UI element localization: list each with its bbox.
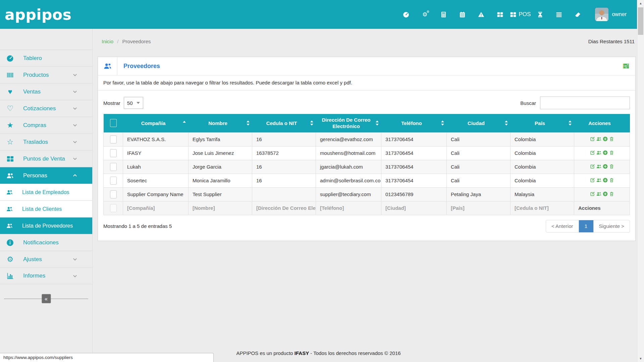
cogs-nav-button[interactable]: ⚙⚙ [416,6,434,23]
add-action-button[interactable] [602,177,608,183]
chevron-down-icon [72,106,78,111]
cell-direccion-de-correo-electronico: jgarcia@lukah.com [316,160,381,174]
sidebar-item-lista-de-proveedores[interactable]: Lista de Proveedores [0,217,92,234]
sidebar-item-personas[interactable]: Personas [0,167,92,184]
sidebar-item-productos[interactable]: Productos [0,66,92,83]
page-size-value: 50 [127,100,133,106]
users-action-button[interactable] [596,177,602,183]
delete-action-button[interactable] [609,191,614,197]
sidebar-item-traslados[interactable]: ☆Traslados [0,133,92,150]
chevron-down-icon [72,122,78,128]
cell-cedula-o-nit: 16 [252,160,316,174]
edit-action-button[interactable] [590,191,595,197]
edit-action-button[interactable] [590,164,595,169]
prev-page-button[interactable]: < Anterior [546,220,579,232]
users-action-button[interactable] [596,150,602,156]
sidebar-item-label: Personas [23,172,47,179]
sidebar-item-cotizaciones[interactable]: ♡Cotizaciones [0,100,92,117]
add-action-button[interactable] [602,150,608,156]
chevron-down-icon [72,256,78,262]
users-action-button[interactable] [596,191,602,197]
scroll-down-arrow[interactable]: ▼ [637,355,644,362]
search-input[interactable] [540,97,630,109]
column-header-ciudad[interactable]: Ciudad [447,114,511,132]
cell-nombre: Jose Luis Jimenez [189,146,252,160]
apps-icon [496,11,503,18]
breadcrumb-home-link[interactable]: Inicio [102,39,113,44]
sidebar-item-notificaciones[interactable]: Notificaciones [0,234,92,251]
sidebar-item-label: Compras [23,122,46,129]
sidebar-item-puntos-de-venta[interactable]: Puntos de Venta [0,150,92,167]
column-header-nombre[interactable]: Nombre [189,114,252,132]
sidebar-item-informes[interactable]: Informes [0,267,92,284]
sidebar-item-label: Traslados [23,139,48,145]
pos-nav-button[interactable]: POS [509,6,531,23]
select-all-checkbox[interactable] [110,119,117,127]
list-nav-button[interactable] [549,6,568,23]
calendar-nav-button[interactable] [453,6,472,23]
edit-action-button[interactable] [590,177,595,183]
table-view-icon[interactable] [622,62,630,70]
pagination: < Anterior 1 Siguiente > [546,220,630,233]
next-page-button[interactable]: Siguiente > [593,220,630,232]
table-row: LukahJorge Garcia16jgarcia@lukah.com3173… [104,160,630,174]
edit-action-button[interactable] [590,150,595,156]
add-action-button[interactable] [602,191,608,197]
row-checkbox[interactable] [110,163,117,171]
speedometer-nav-button[interactable] [397,6,416,23]
column-header-direccion-de-correo-electronico[interactable]: Dirección De Correo Electrónico [316,114,381,132]
page-size-select[interactable]: 50 [124,97,143,109]
apps-nav-button[interactable] [491,6,509,23]
sidebar-item-lista-de-clientes[interactable]: Lista de Clientes [0,200,92,217]
warning-nav-button[interactable] [472,6,491,23]
sidebar-item-label: Productos [23,72,49,78]
page-1-button[interactable]: 1 [579,220,593,232]
cell-pais: Colombia [511,132,574,146]
edit-action-button[interactable] [590,136,595,142]
row-checkbox[interactable] [110,177,117,185]
eraser-icon [574,11,581,18]
users-action-button[interactable] [596,164,602,169]
column-header-pais[interactable]: País [511,114,574,132]
add-action-button[interactable] [602,164,608,169]
delete-action-button[interactable] [609,164,614,169]
hourglass-nav-button[interactable] [531,6,549,23]
scroll-up-arrow[interactable]: ▲ [637,0,644,7]
column-header-compania[interactable]: Compañía [123,114,189,132]
sidebar-item-lista-de-empleados[interactable]: Lista de Empleados [0,184,92,200]
column-label: Compañía [141,120,166,126]
sidebar-collapse-button[interactable]: « [42,294,51,303]
sidebar-item-label: Puntos de Venta [23,156,65,162]
row-checkbox[interactable] [110,149,117,157]
sidebar-item-compras[interactable]: ★Compras [0,117,92,133]
row-checkbox[interactable] [110,190,117,198]
chevron-down-icon [72,139,78,145]
speedometer-icon [402,11,410,18]
cell-cedula-o-nit: 16 [252,132,316,146]
browser-scrollbar[interactable]: ▲ ▼ [637,0,644,362]
users-action-button[interactable] [596,136,602,142]
app-logo[interactable]: appipos [5,6,71,23]
user-menu[interactable]: owner [595,8,627,21]
calculator-nav-button[interactable] [434,6,453,23]
cell-nombre: Test Supplier [189,187,252,201]
sidebar-item-ajustes[interactable]: ⚙Ajustes [0,251,92,267]
cell-pais: Malaysia [511,187,574,201]
star-filled-icon: ★ [6,121,14,129]
eraser-nav-button[interactable] [568,6,587,23]
scrollbar-thumb[interactable] [638,7,643,35]
sidebar-item-tablero[interactable]: Tablero [0,50,92,66]
column-header-cedula-o-nit[interactable]: Cedula o NIT [252,114,316,132]
sidebar-item-ventas[interactable]: ♥Ventas [0,83,92,100]
breadcrumb-current: Proveedores [122,39,151,44]
add-action-button[interactable] [602,136,608,142]
filter-placeholder: [Compañía] [123,201,189,215]
delete-action-button[interactable] [609,177,614,183]
row-checkbox[interactable] [110,135,117,143]
cell-ciudad: Cali [447,132,511,146]
column-header-telefono[interactable]: Teléfono [381,114,447,132]
delete-action-button[interactable] [609,150,614,156]
breadcrumb-separator: / [117,39,118,44]
sort-both-icon [441,120,444,126]
delete-action-button[interactable] [609,136,614,142]
